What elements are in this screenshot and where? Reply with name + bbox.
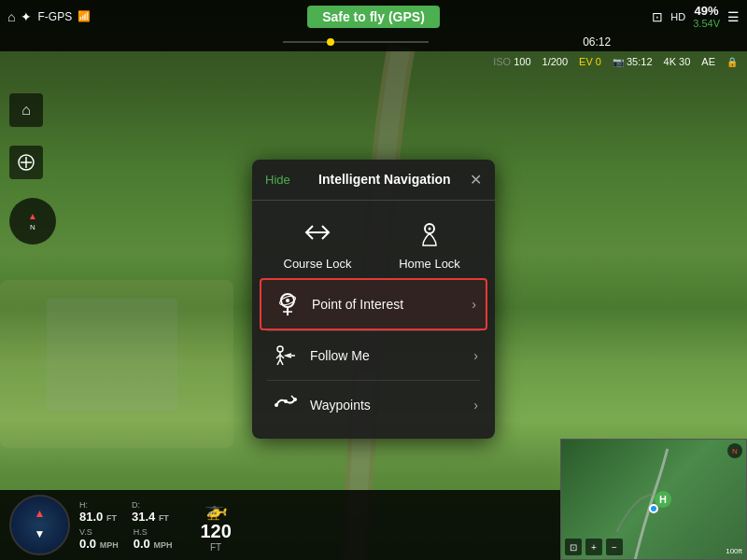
nav-list: Point of Interest › xyxy=(252,278,495,429)
home-lock-icon xyxy=(411,214,448,251)
follow-me-item[interactable]: Follow Me › xyxy=(260,331,487,380)
follow-me-icon xyxy=(269,343,303,369)
intelligent-navigation-modal: Hide Intelligent Navigation ✕ Course Loc… xyxy=(252,160,495,439)
poi-chevron: › xyxy=(472,297,476,312)
svg-line-16 xyxy=(280,359,283,365)
hide-button[interactable]: Hide xyxy=(265,173,290,187)
top-nav-items: Course Lock Home Lock xyxy=(252,201,495,278)
svg-point-19 xyxy=(284,399,288,403)
svg-line-15 xyxy=(277,359,280,365)
waypoints-icon xyxy=(269,392,303,418)
svg-point-11 xyxy=(277,346,283,352)
point-of-interest-item[interactable]: Point of Interest › xyxy=(260,278,487,330)
course-lock-label: Course Lock xyxy=(284,257,352,271)
waypoints-chevron: › xyxy=(473,398,478,413)
course-lock-icon xyxy=(299,214,336,251)
modal-overlay: Hide Intelligent Navigation ✕ Course Loc… xyxy=(0,0,747,560)
follow-me-label: Follow Me xyxy=(310,348,473,363)
waypoints-item[interactable]: Waypoints › xyxy=(260,381,487,429)
follow-me-chevron: › xyxy=(473,348,478,363)
home-lock-label: Home Lock xyxy=(399,257,460,271)
close-button[interactable]: ✕ xyxy=(470,171,482,189)
course-lock-item[interactable]: Course Lock xyxy=(271,214,364,271)
modal-header: Hide Intelligent Navigation ✕ xyxy=(252,160,495,201)
waypoints-label: Waypoints xyxy=(310,398,473,413)
poi-label: Point of Interest xyxy=(312,297,472,312)
svg-point-18 xyxy=(275,403,278,407)
svg-point-7 xyxy=(429,227,431,230)
svg-point-9 xyxy=(286,299,289,302)
home-lock-item[interactable]: Home Lock xyxy=(383,214,476,271)
modal-title: Intelligent Navigation xyxy=(300,172,470,187)
poi-icon xyxy=(271,291,304,317)
